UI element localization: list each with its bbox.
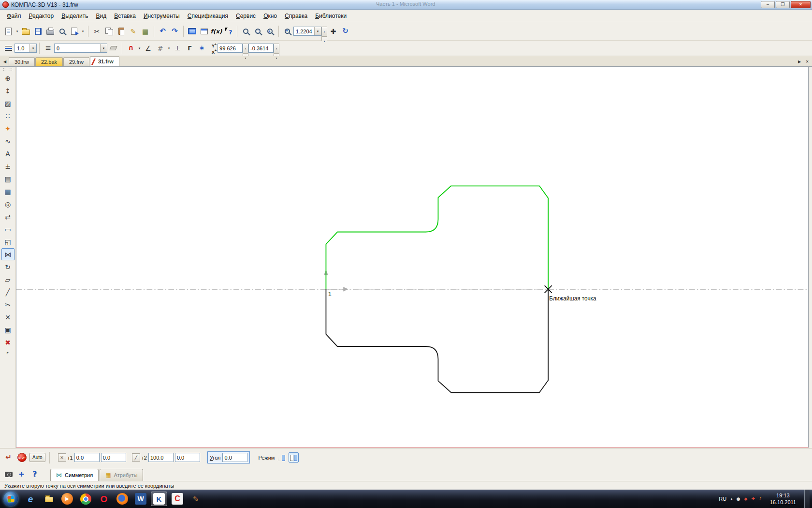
tool-measure[interactable]: ± (1, 160, 14, 172)
print-button[interactable] (44, 25, 56, 37)
tool-break[interactable]: ✕ (1, 311, 14, 323)
taskbar-windows-explorer-icon[interactable] (41, 492, 57, 506)
new-document-dropdown[interactable] (14, 26, 20, 37)
menu-editor[interactable]: Редактор (25, 11, 58, 21)
point2-state-icon[interactable]: ╱ (132, 453, 140, 462)
menu-view[interactable]: Вид (92, 11, 111, 21)
taskbar-media-player-icon[interactable]: ▶ (59, 492, 75, 506)
language-indicator[interactable]: RU (719, 496, 726, 502)
close-button[interactable]: ✕ (791, 1, 811, 8)
zoom-frame-button[interactable] (252, 25, 264, 37)
menu-libraries[interactable]: Библиотеки (311, 11, 350, 21)
zoom-by-scale-button[interactable] (281, 25, 293, 37)
menu-tools[interactable]: Инструменты (140, 11, 184, 21)
contour-mirrored-selected[interactable] (326, 186, 548, 289)
taskbar-opera-icon[interactable]: O (96, 492, 112, 506)
spin-up[interactable] (243, 44, 248, 53)
pan-button[interactable]: ✚ (327, 25, 339, 37)
send-dropdown[interactable] (80, 26, 86, 37)
paste-button[interactable] (115, 25, 127, 37)
point1-y-input[interactable] (101, 453, 126, 462)
tool-move[interactable]: ⇄ (1, 210, 14, 223)
tool-line[interactable]: ╱ (1, 286, 14, 298)
tabs-scroll-right-button[interactable]: ▶ (796, 58, 803, 65)
tool-circle[interactable]: ◎ (1, 198, 14, 210)
menu-select[interactable]: Выделить (58, 11, 92, 21)
line-width-combo[interactable]: 1.0 (14, 44, 37, 53)
close-document-button[interactable]: ✕ (803, 58, 811, 65)
minimize-button[interactable]: ‒ (761, 1, 775, 8)
respecify-button[interactable]: ✚ (15, 468, 28, 480)
context-help-button[interactable]: ? (222, 25, 234, 37)
tool-symmetry[interactable]: ⋈ (1, 248, 14, 260)
mode-keep-original-button[interactable] (276, 452, 287, 463)
point1-x-input[interactable] (74, 453, 100, 462)
tool-scale[interactable]: ◱ (1, 236, 14, 248)
doc-tab-22bak[interactable]: 22.bak (35, 57, 63, 66)
tool-designations[interactable]: ▨ (1, 97, 14, 109)
taskbar-chrome-icon[interactable] (77, 492, 94, 506)
layers-button[interactable]: ≡ (42, 42, 54, 54)
coord-y-input[interactable] (218, 44, 243, 53)
contour-original[interactable] (326, 289, 548, 392)
grid-dropdown[interactable] (166, 43, 172, 54)
angle-input[interactable] (222, 453, 247, 462)
tab-attributes[interactable]: ▦ Атрибуты (100, 469, 143, 481)
menu-window[interactable]: Окно (260, 11, 281, 21)
layer-combo[interactable]: 0 (54, 44, 107, 53)
tray-update-icon[interactable]: ● (737, 496, 740, 501)
tool-dimensions[interactable]: ↕ (1, 85, 14, 97)
doc-tab-31frw[interactable]: 31.frw (90, 56, 119, 66)
variables-button[interactable]: f(x) (210, 25, 222, 37)
snap-magnet-dropdown[interactable] (137, 43, 142, 54)
tray-volume-icon[interactable]: ♪ (759, 496, 762, 501)
tool-trim[interactable]: ✂ (1, 299, 14, 311)
open-document-button[interactable] (20, 25, 32, 37)
taskbar-paint-icon[interactable]: ✎ (188, 492, 204, 506)
new-document-button[interactable] (2, 25, 14, 37)
palette-more-button[interactable]: ▸ (7, 350, 9, 355)
doc-tab-29frw[interactable]: 29.frw (63, 57, 89, 66)
spin-up[interactable] (274, 44, 279, 53)
redo-button[interactable]: ↷ (169, 25, 181, 37)
tool-text[interactable]: A (1, 148, 14, 160)
tool-editing[interactable]: ✦ (1, 122, 14, 134)
line-style-button[interactable] (2, 42, 14, 54)
remember-state-button[interactable] (2, 468, 14, 480)
zoom-window-button[interactable] (240, 25, 252, 37)
send-button[interactable] (68, 25, 80, 37)
grid-button[interactable]: # (154, 42, 166, 54)
tool-rotate[interactable]: ↻ (1, 261, 14, 273)
tabs-scroll-left-button[interactable]: ◀ (1, 58, 9, 65)
show-desktop-button[interactable] (804, 490, 810, 508)
print-preview-button[interactable] (56, 25, 68, 37)
copy-properties-button[interactable]: ✎ (127, 25, 139, 37)
taskbar-kompas-component-icon[interactable]: C (169, 492, 186, 506)
menu-file[interactable]: Файл (3, 11, 25, 21)
tool-geometry[interactable]: ⊕ (1, 72, 14, 84)
tray-show-hidden-icon[interactable]: ▴ (730, 496, 733, 501)
new-window-button[interactable] (198, 25, 210, 37)
coord-x-spinner[interactable] (274, 44, 279, 53)
coord-y-spinner[interactable] (243, 44, 248, 53)
coord-x-input[interactable] (248, 44, 274, 53)
taskbar-clock[interactable]: 19:13 16.10.2011 (766, 492, 800, 506)
taskbar-kompas-icon[interactable]: K (151, 492, 167, 506)
drawing-canvas[interactable]: 1 Ближайшая точка (16, 67, 809, 448)
save-document-button[interactable] (32, 25, 44, 37)
refresh-image-button[interactable]: ↻ (339, 25, 351, 37)
menu-specification[interactable]: Спецификация (184, 11, 232, 21)
menu-service[interactable]: Сервис (232, 11, 260, 21)
copy-button[interactable] (103, 25, 115, 37)
tab-symmetry[interactable]: ⋈ Симметрия (50, 469, 99, 481)
angle-snap-button[interactable]: ∠ (142, 42, 154, 54)
tray-antivirus-icon[interactable]: ◆ (744, 496, 748, 501)
eraser-button[interactable] (107, 42, 119, 54)
panel-help-button[interactable]: ? (29, 468, 41, 480)
tool-spline[interactable]: ∿ (1, 135, 14, 147)
scale-combo[interactable]: 1.2204 (293, 27, 321, 36)
menu-help[interactable]: Справка (281, 11, 311, 21)
maximize-button[interactable]: ❐ (776, 1, 790, 8)
document-view-button[interactable] (186, 25, 198, 37)
cut-button[interactable]: ✂ (91, 25, 103, 37)
